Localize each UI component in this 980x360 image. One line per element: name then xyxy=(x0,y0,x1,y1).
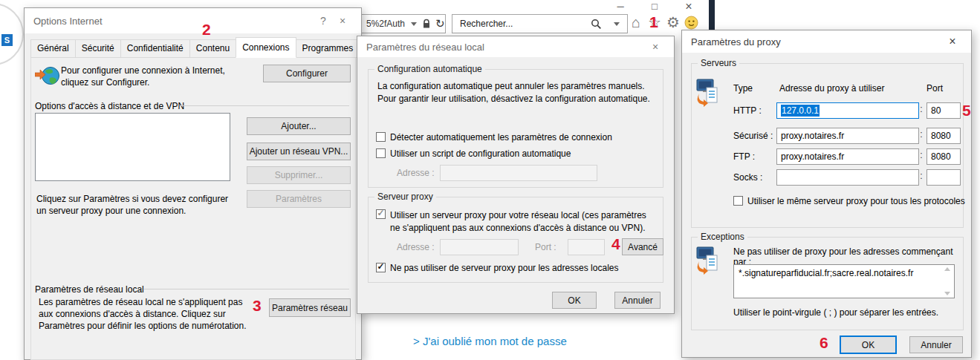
http-address-input[interactable]: 127.0.0.1 xyxy=(776,102,919,119)
use-proxy-checkbox[interactable]: ✓ xyxy=(376,209,386,219)
secure-port-input[interactable]: 8080 xyxy=(927,128,961,144)
socks-label: Socks : xyxy=(733,172,776,183)
column-port: Port xyxy=(927,83,943,94)
same-proxy-checkbox[interactable] xyxy=(733,196,743,206)
forgot-password-link[interactable]: > J'ai oublié mon mot de passe xyxy=(413,335,567,347)
tab-securite[interactable]: Sécurité xyxy=(75,39,121,58)
ftp-label: FTP : xyxy=(733,151,776,162)
close-icon[interactable]: × xyxy=(333,15,352,27)
vpn-connections-listbox[interactable] xyxy=(35,113,230,181)
bypass-local-checkbox[interactable]: ✓ xyxy=(376,263,386,272)
close-icon[interactable]: × xyxy=(943,35,962,48)
group-rule xyxy=(180,105,349,106)
use-script-label[interactable]: Utiliser un script de configuration auto… xyxy=(390,148,571,159)
options-internet-dialog: Options Internet ? × Général Sécurité Co… xyxy=(24,7,362,360)
tab-contenu[interactable]: Contenu xyxy=(189,39,236,58)
maximize-button[interactable]: □ xyxy=(646,0,663,13)
socks-port-input[interactable] xyxy=(927,169,961,186)
network-proxy-icon xyxy=(696,246,721,280)
colon-separator: : xyxy=(918,171,924,181)
ftp-port-input[interactable]: 8080 xyxy=(927,148,961,165)
use-proxy-label[interactable]: Utiliser un serveur proxy pour votre rés… xyxy=(390,209,655,235)
ftp-address-input[interactable]: proxy.notaires.fr xyxy=(776,148,919,165)
proxy-server-group-label: Serveur proxy xyxy=(374,192,436,202)
script-address-input xyxy=(440,165,597,181)
add-vpn-button[interactable]: Ajouter un réseau VPN... xyxy=(247,143,351,160)
tab-connexions[interactable]: Connexions xyxy=(236,37,296,58)
lan-settings-dialog: Paramètres du réseau local × Configurati… xyxy=(357,36,675,314)
settings-button: Paramètres xyxy=(247,190,351,208)
exceptions-value: *.signatureparfiducial.fr;sacre.real.not… xyxy=(734,265,954,278)
secure-address-input[interactable]: proxy.notaires.fr xyxy=(776,128,919,144)
cancel-button[interactable]: Annuler xyxy=(909,336,963,353)
selected-text: 127.0.0.1 xyxy=(781,105,820,117)
proxy-settings-dialog: Paramètres du proxy × Serveurs Type Adre… xyxy=(681,30,972,358)
background-window-edge xyxy=(709,0,715,32)
annotation-step-5: 5 xyxy=(962,102,971,120)
dialog-title: Paramètres du réseau local xyxy=(366,42,646,53)
lan-dialog-titlebar[interactable]: Paramètres du réseau local × xyxy=(357,36,674,57)
ok-button[interactable]: OK xyxy=(552,292,597,309)
servers-group-label: Serveurs xyxy=(698,58,739,68)
servers-group: Serveurs Type Adresse du proxy à utilise… xyxy=(691,63,964,228)
lan-settings-button[interactable]: Paramètres réseau xyxy=(269,298,351,317)
same-proxy-label[interactable]: Utiliser le même serveur proxy pour tous… xyxy=(747,196,965,206)
proxy-dialog-titlebar[interactable]: Paramètres du proxy × xyxy=(682,30,971,53)
check-icon: ✓ xyxy=(377,261,384,272)
s-app-badge[interactable]: S xyxy=(1,34,13,46)
annotation-step-4: 4 xyxy=(611,235,620,253)
auto-config-text: La configuration automatique peut annule… xyxy=(377,80,654,105)
use-script-checkbox[interactable] xyxy=(376,148,386,158)
exceptions-group: Exceptions Ne pas utiliser de proxy pour… xyxy=(691,237,964,330)
textarea-scrollbar[interactable] xyxy=(943,267,952,295)
http-label: HTTP : xyxy=(733,105,776,116)
scroll-down-icon[interactable] xyxy=(944,292,950,295)
exceptions-textarea[interactable]: *.signatureparfiducial.fr;sacre.real.not… xyxy=(733,264,955,298)
configure-intro-text: Pour configurer une connexion à Internet… xyxy=(61,65,247,88)
help-icon[interactable]: ? xyxy=(314,15,333,27)
address-bar[interactable]: 5%2fAuth ↻ xyxy=(349,14,446,33)
ok-button[interactable]: OK xyxy=(840,336,897,354)
connexions-tab-panel: Pour configurer une connexion à Internet… xyxy=(30,57,356,360)
close-window-button[interactable]: × xyxy=(681,0,697,13)
dialog-title: Options Internet xyxy=(33,16,314,27)
configure-button[interactable]: Configurer xyxy=(263,65,351,82)
add-button[interactable]: Ajouter... xyxy=(247,117,351,135)
proxy-port-input xyxy=(568,239,605,255)
group-rule xyxy=(144,289,349,289)
globe-connection-icon xyxy=(35,64,60,90)
column-type: Type xyxy=(733,83,753,94)
auto-config-group: Configuration automatique La configurati… xyxy=(368,69,663,188)
home-icon[interactable]: ⌂ xyxy=(632,14,640,30)
close-icon[interactable]: × xyxy=(646,41,665,53)
proxy-port-label: Port : xyxy=(535,242,556,252)
search-dropdown-icon[interactable] xyxy=(614,22,620,26)
detect-settings-checkbox[interactable] xyxy=(376,132,386,142)
tab-confidentialite[interactable]: Confidentialité xyxy=(120,39,190,58)
vpn-group-label: Options d'accès à distance et de VPN xyxy=(35,101,184,111)
tab-programmes[interactable]: Programmes xyxy=(296,39,360,58)
address-dropdown-icon[interactable] xyxy=(411,22,417,26)
proxy-address-label: Adresse : xyxy=(397,242,435,252)
cancel-button[interactable]: Annuler xyxy=(614,292,661,309)
exceptions-hint: Utiliser le point-virgule ( ; ) pour sép… xyxy=(733,307,938,318)
annotation-step-2: 2 xyxy=(202,21,211,39)
tab-general[interactable]: Général xyxy=(30,39,76,58)
detect-settings-label[interactable]: Détecter automatiquement les paramètres … xyxy=(390,132,612,143)
search-box[interactable]: Rechercher... xyxy=(452,14,628,33)
colon-separator: : xyxy=(918,104,924,114)
minimize-button[interactable]: ─ xyxy=(612,0,629,13)
bypass-local-label[interactable]: Ne pas utiliser de serveur proxy pour le… xyxy=(390,263,618,273)
tools-gear-icon[interactable]: ⚙ xyxy=(666,14,680,30)
refresh-icon[interactable]: ↻ xyxy=(435,17,445,30)
auto-config-group-label: Configuration automatique xyxy=(374,64,485,74)
screenshot-stage: S 5%2fAuth ↻ Rechercher... ─ □ × ⌂ ☆ ⚙ >… xyxy=(0,0,980,360)
dialog-title: Paramètres du proxy xyxy=(691,36,943,48)
http-port-input[interactable]: 80 xyxy=(927,102,961,119)
socks-address-input[interactable] xyxy=(776,169,919,186)
annotation-step-6: 6 xyxy=(820,334,828,352)
options-internet-titlebar[interactable]: Options Internet ? × xyxy=(25,8,361,33)
advanced-button[interactable]: Avancé xyxy=(622,238,663,255)
scroll-up-icon[interactable] xyxy=(944,267,950,271)
search-icon[interactable] xyxy=(591,19,602,30)
